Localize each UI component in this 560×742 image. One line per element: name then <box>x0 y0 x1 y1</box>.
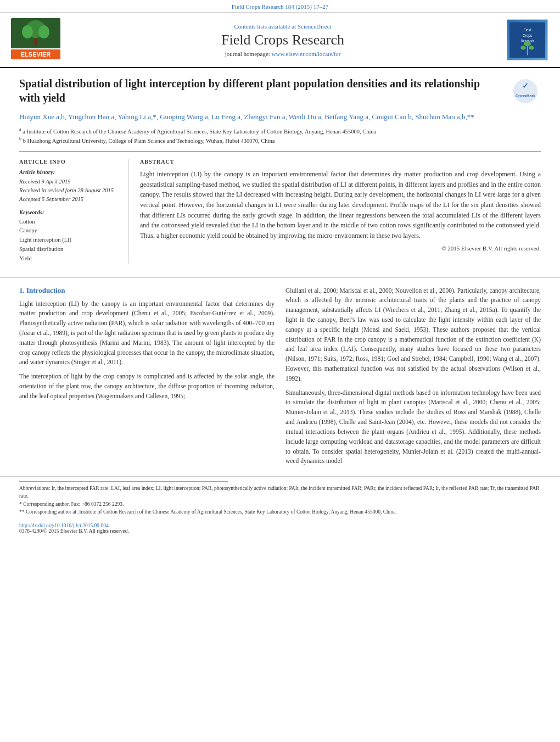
authors-line: Huiyun Xue a,b, Yingchun Han a, Yabing L… <box>19 111 541 123</box>
article-main: Spatial distribution of light intercepti… <box>0 68 560 269</box>
svg-text:Field: Field <box>523 28 531 32</box>
revised-date: Received in revised form 28 August 2015 <box>19 186 120 195</box>
footnote-divider <box>19 481 228 482</box>
introduction-section: 1. Introduction Light interception (LI) … <box>0 286 560 471</box>
journal-logo-svg: Field Crops Research <box>509 21 545 59</box>
intro-left-col: 1. Introduction Light interception (LI) … <box>19 286 275 471</box>
journal-citation-bar: Field Crops Research 184 (2015) 17–27 <box>0 0 560 13</box>
svg-point-13 <box>520 46 525 49</box>
abbreviations-footnote: Abbreviations: Ir, the intercepted PAR r… <box>19 484 541 500</box>
elsevier-logo: ELSEVIER <box>11 18 60 62</box>
received-date: Received 9 April 2015 <box>19 177 120 186</box>
crossmark-svg: ✓ CrossMark <box>511 76 541 107</box>
intro-right-para-2: Simultaneously, three-dimensional digita… <box>285 388 541 467</box>
abstract-label: ABSTRACT <box>140 159 541 165</box>
article-info-label: ARTICLE INFO <box>19 159 120 165</box>
homepage-line: journal homepage: www.elsevier.com/locat… <box>66 51 500 57</box>
journal-header: ELSEVIER Contents lists available at Sci… <box>0 13 560 68</box>
journal-logo-box: Field Crops Research <box>505 19 549 60</box>
journal-citation-text: Field Crops Research 184 (2015) 17–27 <box>232 3 328 10</box>
article-history-label: Article history: <box>19 169 120 175</box>
doi-link[interactable]: http://dx.doi.org/10.1016/j.fcr.2015.09.… <box>19 523 109 528</box>
issn-line: 0378-4290/© 2015 Elsevier B.V. All right… <box>19 528 129 534</box>
intro-para-2: The interception of light by the crop ca… <box>19 372 275 401</box>
keyword-yield: Yield <box>19 254 120 264</box>
svg-point-14 <box>529 46 534 49</box>
keyword-cotton: Cotton <box>19 217 120 227</box>
svg-text:✓: ✓ <box>522 81 529 90</box>
svg-text:CrossMark: CrossMark <box>516 94 535 98</box>
affiliations: a a Institute of Cotton Research of the … <box>19 126 541 146</box>
svg-rect-4 <box>34 38 37 46</box>
crossmark-logo: ✓ CrossMark <box>511 76 541 107</box>
article-info-col: ARTICLE INFO Article history: Received 9… <box>19 159 129 263</box>
keyword-spatial: Spatial distribution <box>19 245 120 254</box>
svg-text:Crops: Crops <box>522 33 532 37</box>
journal-title: Field Crops Research <box>66 32 500 48</box>
keywords-label: Keywords: <box>19 209 120 215</box>
journal-center-info: Contents lists available at ScienceDirec… <box>66 23 500 57</box>
footnote-1: * Corresponding author. Fax: +86 0372 25… <box>19 500 541 508</box>
affiliation-a: a a Institute of Cotton Research of the … <box>19 126 541 136</box>
info-abstract-section: ARTICLE INFO Article history: Received 9… <box>19 152 541 263</box>
svg-point-3 <box>38 25 49 38</box>
keyword-canopy: Canopy <box>19 226 120 236</box>
affiliation-b: b b Huazhong Agricultural University, Co… <box>19 136 541 145</box>
abstract-text: Light interception (LI) by the canopy is… <box>140 169 541 241</box>
elsevier-logo-svg: ELSEVIER <box>11 18 60 59</box>
intro-heading: 1. Introduction <box>19 286 275 295</box>
svg-point-12 <box>524 41 531 46</box>
intro-right-col: Giuliani et al., 2000; Mariscal et al., … <box>285 286 541 471</box>
journal-logo-image: Field Crops Research <box>507 19 548 60</box>
footnote-area: Abbreviations: Ir, the intercepted PAR r… <box>0 476 560 520</box>
abstract-col: ABSTRACT Light interception (LI) by the … <box>140 159 541 263</box>
journal-homepage-link[interactable]: www.elsevier.com/locate/fcr <box>272 51 341 57</box>
accepted-date: Accepted 5 September 2015 <box>19 195 120 204</box>
abstract-copyright: © 2015 Elsevier B.V. All rights reserved… <box>140 245 541 252</box>
svg-text:ELSEVIER: ELSEVIER <box>21 51 51 58</box>
keyword-li: Light interception (LI) <box>19 236 120 245</box>
svg-point-2 <box>22 25 33 38</box>
section-divider <box>0 277 560 278</box>
intro-right-para-1: Giuliani et al., 2000; Mariscal et al., … <box>285 286 541 384</box>
page-footer: http://dx.doi.org/10.1016/j.fcr.2015.09.… <box>0 520 560 537</box>
article-title: Spatial distribution of light intercepti… <box>19 76 541 105</box>
footnote-2: ** Corresponding author at: Institute of… <box>19 508 541 516</box>
contents-available-line: Contents lists available at ScienceDirec… <box>66 23 500 30</box>
intro-para-1: Light interception (LI) by the canopy is… <box>19 299 275 368</box>
sciencedirect-link[interactable]: ScienceDirect <box>298 23 332 30</box>
